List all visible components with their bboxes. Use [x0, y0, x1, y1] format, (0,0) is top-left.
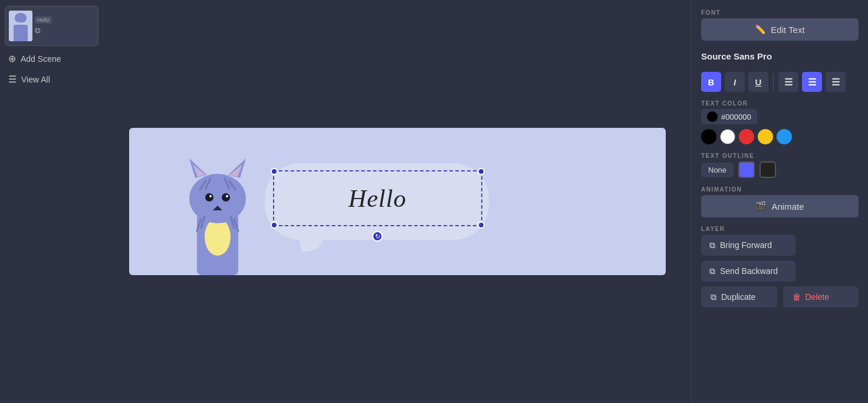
preset-blue[interactable]: [777, 129, 792, 144]
bold-button[interactable]: B: [701, 72, 721, 92]
list-icon: ☰: [8, 74, 17, 85]
layer-section-label: LAYER: [701, 226, 859, 232]
speech-bubble-wrapper: Hello ↻: [265, 157, 495, 257]
rotate-handle[interactable]: ↻: [372, 231, 383, 242]
thumb-preview: [9, 11, 32, 41]
text-color-row: #000000: [701, 109, 859, 124]
outline-blue-swatch[interactable]: [738, 161, 755, 178]
align-left-button[interactable]: ☰: [778, 72, 798, 92]
underline-button[interactable]: U: [748, 72, 768, 92]
preset-black[interactable]: [701, 129, 716, 144]
send-backward-button[interactable]: ⧉ Send Backward: [701, 260, 795, 282]
copy-icon: ⧉: [35, 26, 52, 35]
align-center-button[interactable]: ☰: [802, 72, 822, 92]
thumb-icons: Hello ⧉: [35, 16, 52, 35]
layer-section: LAYER ⧉ Bring Forward ⧉ Send Backward ⧉ …: [701, 226, 859, 308]
preset-white[interactable]: [720, 129, 735, 144]
format-divider: [773, 74, 774, 90]
font-section: FONT ✏️ Edit Text: [701, 9, 859, 41]
edit-text-label: Edit Text: [771, 25, 804, 35]
bring-forward-icon: ⧉: [709, 240, 715, 250]
text-outline-label: TEXT OUTLINE: [701, 153, 859, 159]
plus-circle-icon: ⊕: [8, 53, 16, 64]
hello-text: Hello: [348, 184, 406, 213]
svg-point-12: [222, 193, 230, 202]
right-panel: FONT ✏️ Edit Text Source Sans Pro B I U …: [691, 0, 868, 403]
text-selection-box[interactable]: Hello ↻: [273, 170, 482, 226]
color-presets: [701, 129, 859, 144]
preset-yellow[interactable]: [758, 129, 773, 144]
view-all-label: View All: [21, 75, 50, 84]
text-color-label: TEXT COLOR: [701, 100, 859, 107]
pencil-icon: ✏️: [755, 24, 766, 35]
format-row: B I U ☰ ☰ ☰: [701, 72, 859, 92]
action-row: ⧉ Duplicate 🗑 Delete: [701, 286, 859, 308]
svg-point-14: [226, 195, 228, 197]
cat-illustration: [165, 128, 265, 275]
current-color-hex: #000000: [721, 113, 751, 121]
animate-button[interactable]: 🎬 Animate: [701, 195, 859, 217]
preset-red[interactable]: [739, 129, 754, 144]
hello-icon: Hello: [35, 16, 52, 24]
duplicate-button[interactable]: ⧉ Duplicate: [701, 286, 777, 308]
scene-thumbnail[interactable]: Hello ⧉: [5, 6, 98, 46]
handle-bottom-left[interactable]: [271, 222, 278, 229]
send-backward-label: Send Backward: [720, 266, 778, 276]
duplicate-icon: ⧉: [711, 292, 716, 302]
outline-black-swatch[interactable]: [760, 161, 776, 178]
svg-point-2: [189, 174, 246, 223]
outline-none-button[interactable]: None: [701, 163, 734, 177]
svg-point-1: [205, 218, 231, 256]
current-color-circle: [707, 111, 718, 122]
add-scene-button[interactable]: ⊕ Add Scene: [5, 51, 98, 67]
sidebar: Hello ⧉ ⊕ Add Scene ☰ View All: [0, 0, 103, 403]
duplicate-label: Duplicate: [721, 292, 755, 302]
svg-point-11: [205, 193, 213, 202]
font-section-label: FONT: [701, 9, 859, 16]
delete-button[interactable]: 🗑 Delete: [783, 286, 859, 308]
animation-section: ANIMATION 🎬 Animate: [701, 186, 859, 217]
handle-bottom-right[interactable]: [478, 222, 485, 229]
canvas[interactable]: Hello ↻: [129, 128, 666, 275]
animation-section-label: ANIMATION: [701, 186, 859, 193]
delete-label: Delete: [805, 292, 829, 302]
bring-forward-label: Bring Forward: [720, 240, 772, 250]
main-canvas-area: Hello ↻: [103, 0, 691, 403]
text-color-section: TEXT COLOR #000000: [701, 100, 859, 144]
film-icon: 🎬: [755, 201, 767, 212]
current-color-swatch[interactable]: #000000: [701, 109, 757, 124]
font-name[interactable]: Source Sans Pro: [701, 49, 859, 64]
view-all-button[interactable]: ☰ View All: [5, 71, 98, 87]
outline-row: None: [701, 161, 859, 178]
italic-button[interactable]: I: [725, 72, 745, 92]
edit-text-button[interactable]: ✏️ Edit Text: [701, 18, 859, 41]
animate-label: Animate: [771, 202, 804, 212]
trash-icon: 🗑: [793, 292, 801, 302]
handle-top-left[interactable]: [271, 168, 278, 175]
handle-top-right[interactable]: [478, 168, 485, 175]
add-scene-label: Add Scene: [21, 54, 61, 64]
send-backward-icon: ⧉: [709, 266, 715, 276]
bring-forward-button[interactable]: ⧉ Bring Forward: [701, 234, 795, 256]
align-right-button[interactable]: ☰: [826, 72, 846, 92]
text-outline-section: TEXT OUTLINE None: [701, 153, 859, 178]
svg-point-13: [209, 195, 212, 197]
